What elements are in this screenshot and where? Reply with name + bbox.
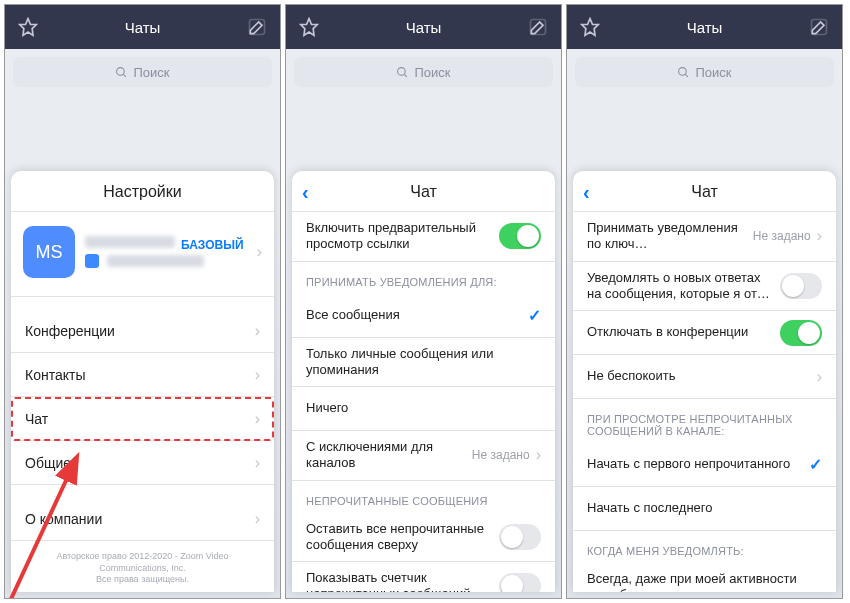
compose-icon[interactable] xyxy=(525,14,551,40)
section-notifications: ПРИНИМАТЬ УВЕДОМЛЕНИЯ ДЛЯ: xyxy=(292,262,555,294)
chat-settings-panel-2: ‹Чат Принимать уведомления по ключ…Не за… xyxy=(573,171,836,592)
menu-conferences[interactable]: Конференции› xyxy=(11,309,274,353)
search-icon xyxy=(396,66,409,79)
search-icon xyxy=(115,66,128,79)
search-input[interactable]: Поиск xyxy=(575,57,834,87)
chevron-right-icon: › xyxy=(255,366,260,384)
compose-icon[interactable] xyxy=(244,14,270,40)
compose-icon[interactable] xyxy=(806,14,832,40)
toggle-off[interactable] xyxy=(499,524,541,550)
star-icon[interactable] xyxy=(15,14,41,40)
phone-chat-settings-1: Чаты Поиск ‹Чат Включить предварительный… xyxy=(285,4,562,599)
row-keep-unread-top[interactable]: Оставить все непрочитанные сообщения све… xyxy=(292,513,555,563)
topbar-title: Чаты xyxy=(41,19,244,36)
svg-line-3 xyxy=(124,74,127,77)
svg-marker-0 xyxy=(20,19,37,36)
search-input[interactable]: Поиск xyxy=(13,57,272,87)
row-unread-counter[interactable]: Показывать счетчик непрочитанных сообщен… xyxy=(292,562,555,592)
phone-settings: Чаты Поиск Настройки MS БАЗОВЫЙ › Конфер… xyxy=(4,4,281,599)
star-icon[interactable] xyxy=(296,14,322,40)
chevron-right-icon: › xyxy=(255,322,260,340)
chat-settings-panel: ‹Чат Включить предварительный просмотр с… xyxy=(292,171,555,592)
svg-rect-6 xyxy=(531,20,546,35)
section-unread: НЕПРОЧИТАННЫЕ СООБЩЕНИЯ xyxy=(292,481,555,513)
row-all-messages[interactable]: Все сообщения✓ xyxy=(292,294,555,338)
row-first-unread[interactable]: Начать с первого непрочитанного✓ xyxy=(573,443,836,487)
phone-chat-settings-2: Чаты Поиск ‹Чат Принимать уведомления по… xyxy=(566,4,843,599)
row-from-last[interactable]: Начать с последнего xyxy=(573,487,836,531)
chevron-right-icon: › xyxy=(817,368,822,386)
svg-point-7 xyxy=(398,67,406,75)
chevron-right-icon: › xyxy=(536,446,541,464)
check-icon: ✓ xyxy=(809,455,822,474)
menu-general[interactable]: Общие› xyxy=(11,441,274,485)
svg-marker-5 xyxy=(301,19,318,36)
menu-about[interactable]: О компании› xyxy=(11,497,274,541)
section-when-notify: КОГДА МЕНЯ УВЕДОМЛЯТЬ: xyxy=(573,531,836,563)
search-icon xyxy=(677,66,690,79)
row-mute-in-conference[interactable]: Отключать в конференции xyxy=(573,311,836,355)
chevron-right-icon: › xyxy=(255,510,260,528)
topbar: Чаты xyxy=(567,5,842,49)
star-icon[interactable] xyxy=(577,14,603,40)
row-dnd[interactable]: Не беспокоить› xyxy=(573,355,836,399)
chevron-right-icon: › xyxy=(817,227,822,245)
search-wrap: Поиск xyxy=(5,49,280,91)
chevron-right-icon: › xyxy=(255,454,260,472)
avatar: MS xyxy=(23,226,75,278)
menu-chat[interactable]: Чат› xyxy=(11,397,274,441)
profile-row[interactable]: MS БАЗОВЫЙ › xyxy=(11,212,274,297)
svg-line-8 xyxy=(405,74,408,77)
settings-panel: Настройки MS БАЗОВЫЙ › Конференции› Конт… xyxy=(11,171,274,592)
panel-title: ‹Чат xyxy=(292,171,555,212)
back-button[interactable]: ‹ xyxy=(583,181,590,204)
account-tag: БАЗОВЫЙ xyxy=(181,238,244,252)
toggle-off[interactable] xyxy=(780,273,822,299)
back-button[interactable]: ‹ xyxy=(302,181,309,204)
panel-title: Настройки xyxy=(11,171,274,212)
panel-title: ‹Чат xyxy=(573,171,836,212)
chevron-right-icon: › xyxy=(255,410,260,428)
toggle-off[interactable] xyxy=(499,573,541,592)
svg-marker-9 xyxy=(582,19,599,36)
profile-info: БАЗОВЫЙ xyxy=(85,236,247,268)
menu-contacts[interactable]: Контакты› xyxy=(11,353,274,397)
row-keyword-notif[interactable]: Принимать уведомления по ключ…Не задано› xyxy=(573,212,836,262)
topbar: Чаты xyxy=(5,5,280,49)
row-channel-exceptions[interactable]: С исключениями для каналовНе задано› xyxy=(292,431,555,481)
row-link-preview[interactable]: Включить предварительный просмотр ссылки xyxy=(292,212,555,262)
chevron-right-icon: › xyxy=(257,243,262,261)
row-notify-always[interactable]: Всегда, даже при моей активности на рабо… xyxy=(573,563,836,592)
svg-point-2 xyxy=(117,67,125,75)
toggle-on[interactable] xyxy=(780,320,822,346)
section-view-unread: ПРИ ПРОСМОТРЕ НЕПРОЧИТАННЫХ СООБЩЕНИЙ В … xyxy=(573,399,836,443)
row-reply-notif[interactable]: Уведомлять о новых ответах на сообщения,… xyxy=(573,262,836,312)
svg-line-12 xyxy=(686,74,689,77)
svg-point-11 xyxy=(679,67,687,75)
toggle-on[interactable] xyxy=(499,223,541,249)
zoom-logo-icon xyxy=(85,254,99,268)
copyright: Авторское право 2012-2020 - Zoom Video C… xyxy=(11,551,274,586)
svg-rect-1 xyxy=(250,20,265,35)
row-pm-only[interactable]: Только личные сообщения или упоминания xyxy=(292,338,555,388)
search-input[interactable]: Поиск xyxy=(294,57,553,87)
svg-rect-10 xyxy=(812,20,827,35)
check-icon: ✓ xyxy=(528,306,541,325)
row-nothing[interactable]: Ничего xyxy=(292,387,555,431)
topbar: Чаты xyxy=(286,5,561,49)
